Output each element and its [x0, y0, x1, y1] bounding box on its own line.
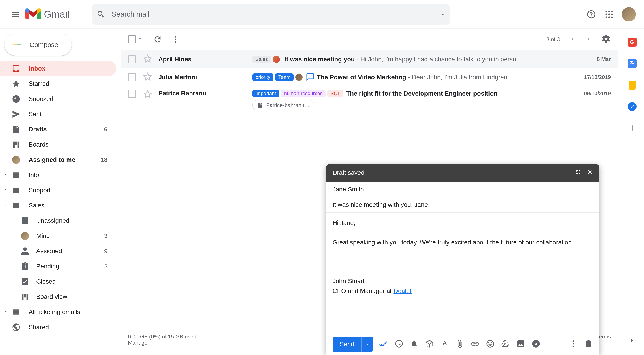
search-options-icon[interactable]	[440, 12, 446, 17]
sidebar: Compose Inbox Starred Snoozed Sent Draft…	[0, 29, 121, 355]
fullscreen-button[interactable]	[575, 169, 581, 177]
signature-link[interactable]: Dealet	[394, 288, 412, 294]
sidebar-item-assigned-to-me[interactable]: Assigned to me 18	[0, 152, 116, 168]
drive-icon[interactable]	[501, 339, 510, 349]
avatar-icon	[273, 56, 280, 63]
next-page-button[interactable]	[585, 35, 592, 44]
to-field[interactable]: Jane Smith	[326, 182, 599, 197]
star-button[interactable]	[143, 72, 158, 82]
send-button-group: Send	[332, 337, 373, 352]
account-avatar[interactable]	[622, 7, 636, 22]
compose-toolbar: Send	[326, 334, 599, 355]
sidebar-item-boards[interactable]: Boards	[0, 137, 116, 152]
close-button[interactable]	[587, 169, 593, 177]
sidebar-item-info[interactable]: Info	[0, 168, 116, 183]
main-menu-button[interactable]	[10, 9, 20, 20]
tracking-icon[interactable]	[379, 339, 388, 349]
attach-icon[interactable]	[455, 339, 464, 349]
confidential-icon[interactable]	[532, 339, 540, 349]
discard-icon[interactable]	[584, 339, 593, 349]
svg-point-3	[606, 14, 607, 15]
expand-icon[interactable]	[3, 188, 8, 193]
add-addon-icon[interactable]	[627, 123, 638, 134]
templates-icon[interactable]	[425, 339, 434, 349]
svg-point-1	[608, 10, 610, 12]
sidebar-item-sales[interactable]: Sales	[0, 198, 116, 213]
sidebar-item-mine[interactable]: Mine 3	[17, 228, 116, 244]
collapse-icon[interactable]	[3, 203, 8, 208]
gmail-logo[interactable]: Gmail	[25, 8, 70, 20]
format-icon[interactable]	[440, 339, 449, 349]
svg-point-18	[572, 346, 574, 347]
star-button[interactable]	[143, 90, 158, 100]
search-input[interactable]	[112, 10, 440, 18]
tasks-icon[interactable]	[627, 101, 638, 112]
send-options-button[interactable]	[362, 337, 373, 352]
nav-label: Shared	[29, 324, 116, 331]
search-bar[interactable]	[92, 4, 450, 24]
expand-icon[interactable]	[3, 309, 8, 315]
compose-header[interactable]: Draft saved	[326, 164, 599, 182]
sidebar-item-shared[interactable]: Shared	[0, 320, 116, 335]
svg-rect-11	[13, 203, 20, 208]
select-dropdown[interactable]	[138, 37, 142, 42]
manage-link[interactable]: Manage	[128, 340, 148, 346]
schedule-icon[interactable]	[394, 339, 404, 349]
nav-label: Starred	[29, 80, 116, 87]
sender-name: April Hines	[158, 56, 252, 63]
keep-icon[interactable]	[627, 80, 638, 90]
sidebar-item-support[interactable]: Support	[0, 183, 116, 198]
minimize-button[interactable]	[564, 169, 570, 177]
select-all-checkbox[interactable]	[128, 35, 136, 44]
more-options-icon[interactable]	[569, 339, 578, 349]
grammarly-icon[interactable]: G	[627, 37, 638, 48]
calendar-icon[interactable]	[627, 58, 638, 69]
sidebar-item-pending[interactable]: Pending 2	[17, 259, 116, 274]
sidebar-item-sent[interactable]: Sent	[0, 106, 116, 122]
more-button[interactable]	[171, 35, 180, 44]
send-button[interactable]: Send	[332, 337, 362, 352]
emoji-icon[interactable]	[486, 339, 495, 349]
sidebar-item-inbox[interactable]: Inbox	[0, 61, 116, 76]
compose-label: Compose	[30, 41, 58, 48]
row-checkbox[interactable]	[128, 55, 136, 63]
refresh-button[interactable]	[153, 35, 162, 44]
sidebar-item-snoozed[interactable]: Snoozed	[0, 91, 116, 106]
sidebar-item-closed[interactable]: Closed	[17, 274, 116, 289]
link-icon[interactable]	[470, 339, 480, 349]
nav-count: 9	[104, 248, 108, 255]
svg-point-2	[611, 10, 613, 12]
sidebar-item-all-ticketing[interactable]: All ticketing emails	[0, 304, 116, 320]
svg-point-4	[608, 14, 610, 15]
email-row[interactable]: April Hines Sales It was nice meeting yo…	[121, 50, 618, 68]
compose-body[interactable]: Hi Jane, Great speaking with you today. …	[326, 213, 599, 334]
apps-button[interactable]	[604, 9, 614, 20]
sidebar-item-starred[interactable]: Starred	[0, 76, 116, 91]
email-preview: - Dear John, I'm Julia from Lindgren …	[408, 74, 515, 81]
tag-sales: Sales	[252, 56, 271, 63]
plus-icon	[11, 38, 23, 51]
support-button[interactable]	[586, 9, 596, 20]
sidebar-item-drafts[interactable]: Drafts 6	[0, 122, 116, 137]
star-button[interactable]	[143, 54, 158, 64]
expand-icon[interactable]	[3, 172, 8, 178]
prev-page-button[interactable]	[569, 35, 576, 44]
sidebar-item-board-view[interactable]: Board view	[17, 289, 116, 304]
image-icon[interactable]	[516, 339, 525, 349]
compose-button[interactable]: Compose	[4, 34, 72, 56]
svg-point-6	[606, 16, 607, 18]
row-checkbox[interactable]	[128, 90, 136, 98]
collapse-panel-icon[interactable]	[627, 335, 638, 346]
row-checkbox[interactable]	[128, 73, 136, 81]
sidebar-item-assigned[interactable]: Assigned 9	[17, 244, 116, 259]
email-row[interactable]: Patrice Bahranu important human-resource…	[121, 86, 618, 113]
attachment-chip[interactable]: Patrice-bahranu…	[252, 100, 314, 110]
reminder-icon[interactable]	[410, 339, 419, 349]
nav-label: Pending	[36, 263, 104, 270]
settings-button[interactable]	[601, 34, 611, 45]
sidebar-item-unassigned[interactable]: Unassigned	[17, 213, 116, 228]
nav-count: 2	[104, 263, 108, 270]
subject-field[interactable]: It was nice meeting with you, Jane	[326, 197, 599, 213]
email-row[interactable]: Julia Martoni priority Team The Power of…	[121, 68, 618, 86]
nav-label: Assigned	[36, 248, 104, 255]
